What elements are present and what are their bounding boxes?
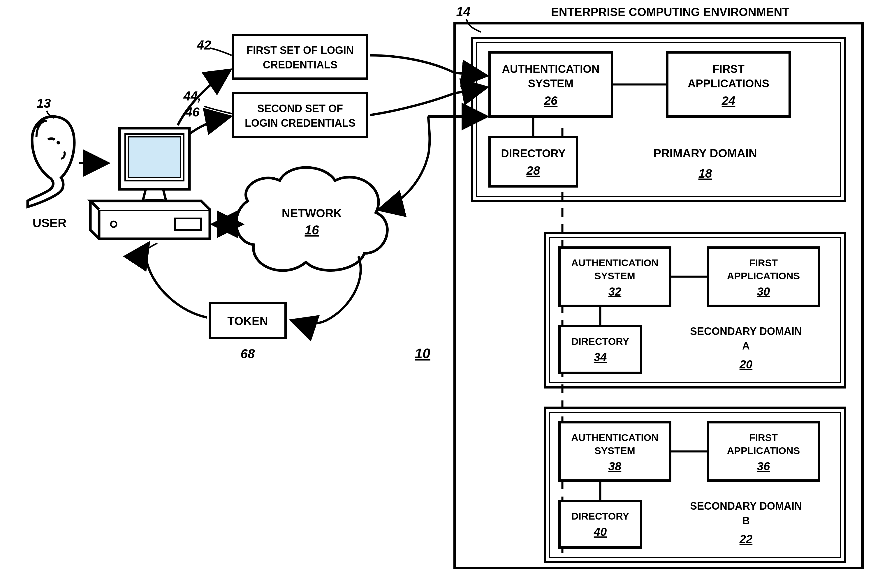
secondary-domain-a: AUTHENTICATION SYSTEM 32 FIRST APPLICATI… [545, 233, 845, 387]
svg-text:20: 20 [739, 358, 753, 371]
primary-domain: AUTHENTICATION SYSTEM 26 FIRST APPLICATI… [472, 38, 845, 201]
svg-text:B: B [742, 514, 750, 526]
svg-text:18: 18 [699, 166, 712, 180]
svg-text:DIRECTORY: DIRECTORY [571, 336, 629, 347]
network-cloud: NETWORK 16 [236, 168, 388, 270]
first-login-box: FIRST SET OF LOGIN CREDENTIALS 42 [197, 35, 367, 79]
svg-text:TOKEN: TOKEN [227, 315, 268, 327]
svg-text:32: 32 [609, 285, 622, 298]
svg-text:28: 28 [526, 164, 540, 177]
svg-text:FIRST: FIRST [749, 432, 778, 443]
directory-b [559, 501, 641, 548]
svg-rect-49 [233, 35, 367, 79]
svg-text:AUTHENTICATION: AUTHENTICATION [502, 63, 600, 75]
svg-text:SECONDARY DOMAIN: SECONDARY DOMAIN [690, 325, 802, 337]
svg-text:DIRECTORY: DIRECTORY [571, 510, 629, 522]
enterprise-title: ENTERPRISE COMPUTING ENVIRONMENT [551, 6, 789, 18]
svg-text:LOGIN CREDENTIALS: LOGIN CREDENTIALS [245, 117, 355, 129]
svg-text:NETWORK: NETWORK [282, 207, 342, 220]
svg-text:26: 26 [544, 94, 558, 108]
svg-text:30: 30 [757, 285, 770, 298]
svg-text:SECOND SET OF: SECOND SET OF [257, 102, 343, 114]
svg-text:CREDENTIALS: CREDENTIALS [263, 59, 337, 71]
svg-text:AUTHENTICATION: AUTHENTICATION [571, 257, 658, 268]
diagram-root: ENTERPRISE COMPUTING ENVIRONMENT 14 AUTH… [0, 0, 887, 588]
second-login-box: SECOND SET OF LOGIN CREDENTIALS 44, 46 [183, 89, 367, 137]
arrow-firstlogin-auth [370, 56, 487, 76]
svg-text:SYSTEM: SYSTEM [594, 445, 635, 456]
arrow-network-to-enterprise [379, 117, 430, 210]
svg-text:FIRST: FIRST [713, 63, 744, 75]
svg-rect-52 [233, 93, 367, 137]
svg-text:SECONDARY DOMAIN: SECONDARY DOMAIN [690, 500, 802, 512]
secondary-domain-b: AUTHENTICATION SYSTEM 38 FIRST APPLICATI… [545, 408, 845, 562]
arrow-computer-second-login [189, 117, 230, 134]
svg-text:AUTHENTICATION: AUTHENTICATION [571, 432, 658, 443]
directory-a [559, 326, 641, 373]
arrow-secondlogin-auth [370, 87, 487, 115]
svg-text:24: 24 [722, 94, 735, 108]
svg-text:16: 16 [305, 223, 319, 237]
directory-primary [490, 137, 577, 186]
svg-text:APPLICATIONS: APPLICATIONS [727, 270, 800, 281]
svg-point-45 [57, 141, 60, 144]
computer-icon [90, 128, 210, 239]
svg-text:APPLICATIONS: APPLICATIONS [688, 78, 769, 90]
arrow-token-computer [146, 243, 207, 318]
ref-overall: 10 [415, 346, 430, 361]
svg-text:APPLICATIONS: APPLICATIONS [727, 445, 800, 456]
ref-enterprise: 14 [456, 4, 471, 19]
svg-text:34: 34 [594, 351, 607, 363]
svg-text:38: 38 [609, 460, 622, 472]
svg-text:SYSTEM: SYSTEM [594, 270, 635, 281]
user-group: USER 13 12 [28, 96, 210, 265]
ref-first-login: 42 [197, 38, 211, 52]
svg-text:DIRECTORY: DIRECTORY [501, 147, 565, 160]
user-icon [28, 117, 74, 207]
svg-text:PRIMARY DOMAIN: PRIMARY DOMAIN [653, 147, 757, 160]
svg-text:FIRST SET OF LOGIN: FIRST SET OF LOGIN [247, 44, 354, 56]
svg-text:A: A [742, 340, 750, 352]
svg-text:22: 22 [739, 532, 753, 546]
svg-text:36: 36 [757, 460, 770, 472]
svg-text:SYSTEM: SYSTEM [528, 78, 573, 90]
ref-user: 13 [37, 96, 51, 110]
ref-token: 68 [241, 346, 255, 361]
svg-text:FIRST: FIRST [749, 257, 778, 268]
token-box: TOKEN 68 [210, 303, 286, 361]
svg-text:40: 40 [594, 525, 607, 538]
user-label: USER [33, 216, 67, 230]
